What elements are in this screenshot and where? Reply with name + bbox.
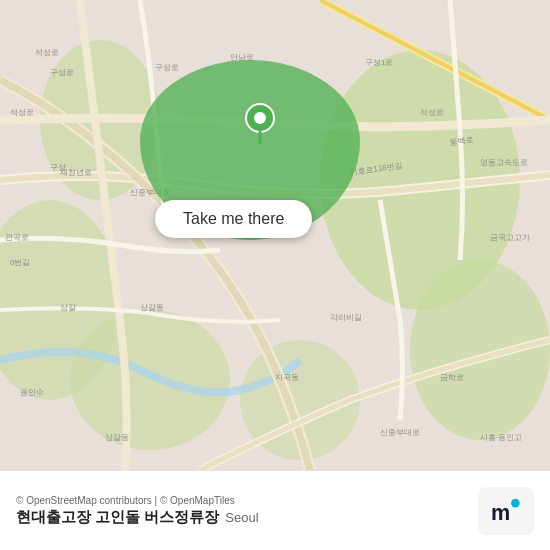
- copyright-text: © OpenStreetMap contributors | © OpenMap…: [16, 495, 478, 506]
- svg-text:용인수: 용인수: [20, 388, 44, 397]
- svg-text:시흥·용인고: 시흥·용인고: [480, 433, 522, 442]
- map-pin: [238, 100, 282, 144]
- moovit-icon: m: [488, 493, 524, 529]
- svg-text:구성로: 구성로: [155, 63, 179, 72]
- svg-text:m: m: [491, 500, 510, 525]
- svg-text:각리비길: 각리비길: [330, 313, 362, 322]
- svg-point-2: [410, 260, 550, 440]
- location-name: 현대출고장 고인돌 버스정류장: [16, 508, 219, 527]
- location-info: © OpenStreetMap contributors | © OpenMap…: [16, 495, 478, 527]
- svg-text:구성로: 구성로: [50, 68, 74, 77]
- svg-text:영동고속도로: 영동고속도로: [480, 158, 528, 167]
- svg-text:상갈: 상갈: [60, 303, 76, 312]
- take-me-there-button[interactable]: Take me there: [155, 200, 312, 238]
- svg-text:0번길: 0번길: [10, 258, 30, 267]
- svg-text:구성1로: 구성1로: [365, 58, 393, 67]
- svg-text:구성: 구성: [50, 163, 66, 172]
- moovit-logo: m: [478, 487, 534, 535]
- map-view: 기호로116번길 동백로 새천년로 석성로 석성로 영동고속도로 신중부대로 관…: [0, 0, 550, 470]
- svg-point-33: [254, 112, 266, 124]
- svg-text:금학로: 금학로: [440, 373, 464, 382]
- svg-text:지곡동: 지곡동: [275, 373, 299, 382]
- svg-point-5: [70, 310, 230, 450]
- svg-text:상갈동: 상갈동: [140, 303, 164, 312]
- svg-text:석성로: 석성로: [420, 108, 444, 117]
- svg-point-36: [511, 498, 520, 507]
- svg-text:금국고고가: 금국고고가: [490, 233, 530, 242]
- svg-text:신중부대로: 신중부대로: [380, 428, 420, 437]
- svg-text:관곡로: 관곡로: [5, 233, 29, 242]
- svg-text:석성로: 석성로: [10, 108, 34, 117]
- location-city: Seoul: [225, 510, 258, 525]
- svg-text:상갈동: 상갈동: [105, 433, 129, 442]
- bottom-info-bar: © OpenStreetMap contributors | © OpenMap…: [0, 470, 550, 550]
- svg-text:석성로: 석성로: [35, 48, 59, 57]
